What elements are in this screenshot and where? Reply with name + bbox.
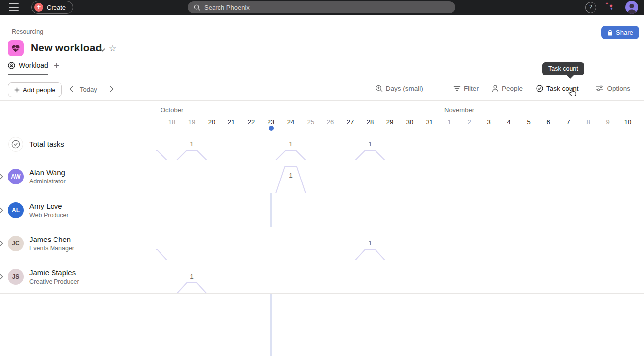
heart-pulse-icon	[11, 44, 20, 53]
day-label: 20	[208, 119, 215, 126]
task-count-peak	[276, 150, 306, 160]
task-count-value: 1	[289, 172, 293, 179]
person-role: Creative Producer	[29, 278, 79, 285]
zoom-in-icon	[376, 85, 383, 92]
expand-chevron-icon[interactable]	[0, 207, 6, 213]
tab-workload[interactable]: Workload	[8, 61, 48, 75]
favorite-star-icon[interactable]: ☆	[109, 43, 116, 54]
task-count-peak	[276, 167, 306, 193]
rows: Total tasks111AWAlan WangAdministrator1A…	[0, 128, 644, 356]
row-header-cell: JCJames ChenEvents Manager	[0, 227, 156, 260]
day-label: 26	[327, 119, 334, 126]
tab-workload-label: Workload	[19, 61, 48, 69]
workload-chart-cell[interactable]	[156, 193, 644, 227]
day-label: 24	[287, 119, 294, 126]
search-input[interactable]: Search Phoenix	[188, 1, 455, 13]
day-label: 29	[386, 119, 393, 126]
prev-period-button[interactable]	[65, 82, 78, 95]
workload-chart-cell[interactable]: 1	[156, 260, 644, 293]
row-header-cell: Total tasks	[0, 128, 156, 160]
person-name: Jamie Staples	[29, 268, 79, 277]
day-label: 10	[624, 119, 631, 126]
page-title: New workload	[31, 42, 102, 54]
total-tasks-label: Total tasks	[29, 140, 64, 148]
task-count-peak	[177, 283, 207, 293]
options-button[interactable]: Options	[596, 81, 630, 95]
toolbar: Add people Today Days (small) Filter Peo…	[0, 75, 644, 101]
workload-app: + Create Search Phoenix ? ✦✦✦ Resourcing…	[0, 0, 644, 361]
day-label: 1	[447, 119, 451, 126]
person-meta: Alan WangAdministrator	[29, 168, 66, 185]
expand-chevron-icon[interactable]	[0, 241, 6, 246]
sliders-icon	[596, 85, 604, 92]
next-period-button[interactable]	[106, 82, 118, 95]
task-count-tooltip: Task count	[542, 62, 584, 75]
hamburger-menu-icon[interactable]	[9, 3, 19, 11]
person-name: Amy Love	[29, 202, 69, 210]
empty-row	[0, 294, 644, 356]
row-header-cell	[0, 294, 156, 356]
month-label-october: October	[161, 106, 183, 114]
expand-chevron-icon[interactable]	[0, 174, 6, 180]
share-button[interactable]: Share	[601, 26, 639, 39]
summary-row: Total tasks111	[0, 128, 644, 160]
check-circle-icon	[536, 85, 543, 92]
person-avatar[interactable]: AW	[8, 169, 24, 184]
today-button[interactable]: Today	[80, 86, 97, 93]
day-label: 9	[606, 119, 609, 126]
task-count-peak	[177, 150, 207, 160]
search-placeholder: Search Phoenix	[204, 4, 250, 11]
add-tab-button[interactable]: +	[54, 60, 59, 71]
title-chevron-down-icon[interactable]	[100, 45, 105, 54]
row-header-cell: JSJamie StaplesCreative Producer	[0, 260, 156, 293]
zoom-level-button[interactable]: Days (small)	[376, 81, 423, 95]
user-avatar[interactable]	[625, 1, 638, 14]
person-avatar[interactable]: JC	[8, 236, 24, 251]
people-button[interactable]: People	[492, 81, 523, 95]
task-count-value: 1	[368, 240, 372, 247]
day-label: 28	[367, 119, 374, 126]
day-label: 21	[228, 119, 235, 126]
add-people-button[interactable]: Add people	[8, 82, 62, 97]
create-button[interactable]: + Create	[31, 1, 73, 14]
total-tasks-check-icon	[8, 137, 23, 152]
filter-button[interactable]: Filter	[453, 81, 479, 95]
person-meta: Jamie StaplesCreative Producer	[29, 268, 79, 285]
filter-icon	[453, 85, 461, 92]
toolbar-divider	[438, 83, 438, 94]
day-label: 27	[347, 119, 354, 126]
workload-chart-cell[interactable]: 111	[156, 128, 644, 160]
task-count-value: 1	[190, 140, 194, 148]
day-label: 30	[406, 119, 413, 126]
workload-chart-cell[interactable]: 1	[156, 160, 644, 193]
day-label: 18	[168, 119, 175, 126]
plus-icon	[14, 87, 20, 93]
day-label: 31	[426, 119, 433, 126]
plus-icon: +	[34, 3, 43, 12]
help-icon[interactable]: ?	[585, 2, 596, 13]
person-name: James Chen	[29, 235, 74, 243]
person-meta: Amy LoveWeb Producer	[29, 202, 69, 219]
task-count-value: 1	[289, 140, 293, 148]
task-count-peak	[355, 249, 385, 260]
ai-sparkle-icon[interactable]: ✦✦✦	[605, 2, 616, 13]
task-count-button[interactable]: Task count	[536, 81, 579, 95]
workload-chart-cell[interactable]	[156, 294, 644, 356]
task-count-value: 1	[368, 140, 372, 148]
project-icon[interactable]	[8, 40, 24, 56]
person-row: AWAlan WangAdministrator1	[0, 160, 644, 193]
task-count-peak	[156, 249, 167, 260]
filter-label: Filter	[464, 85, 479, 92]
expand-chevron-icon[interactable]	[0, 274, 6, 280]
add-people-label: Add people	[23, 86, 55, 94]
timeline-header: October November 18192021222324252627282…	[0, 101, 644, 128]
share-label: Share	[616, 29, 633, 36]
workload-chart-cell[interactable]: 1	[156, 227, 644, 260]
person-row: JCJames ChenEvents Manager1	[0, 227, 644, 260]
person-avatar[interactable]: AL	[8, 202, 24, 218]
today-marker-dot	[269, 126, 274, 131]
breadcrumb: Resourcing	[12, 28, 43, 35]
day-label: 7	[566, 119, 570, 126]
person-avatar[interactable]: JS	[8, 269, 24, 285]
day-label: 8	[586, 119, 590, 126]
